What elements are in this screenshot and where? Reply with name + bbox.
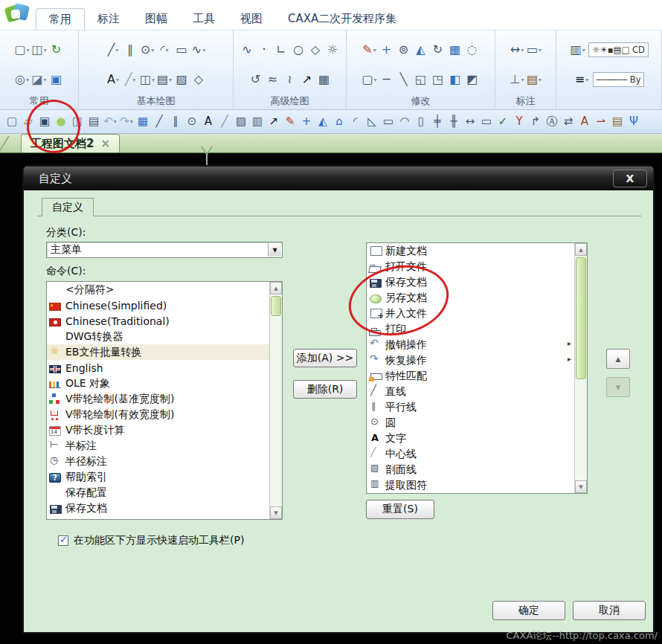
zoom-icon[interactable]: ◎▾ — [14, 71, 30, 88]
ellipse-icon[interactable]: ○ — [291, 41, 306, 59]
arc-icon[interactable]: ◜▾ — [157, 41, 173, 59]
paste-icon[interactable]: ◪▾ — [31, 71, 47, 88]
dim-linear-icon[interactable]: ↔▾ — [510, 41, 525, 59]
toolbar-list-item[interactable]: 直线 — [367, 384, 587, 399]
pick-arrow-button[interactable]: ↗ — [266, 113, 281, 131]
chevron-down-icon[interactable] — [268, 243, 281, 257]
scale-icon[interactable]: ⊚ — [396, 41, 411, 59]
redo-button[interactable]: ↷ — [119, 113, 134, 131]
move-button[interactable]: + — [299, 113, 314, 131]
hatch-icon[interactable]: ▨ — [174, 71, 190, 88]
parallel-button[interactable]: ∥ — [168, 113, 183, 131]
line-icon[interactable]: ╱▾ — [106, 41, 121, 59]
add-button[interactable]: 添加(A) >> — [293, 349, 357, 367]
command-list-item[interactable]: Chinese(Traditional) — [47, 313, 282, 329]
command-list-item[interactable]: 保存配置 — [47, 485, 282, 500]
frame-button[interactable]: ▯ — [414, 113, 428, 131]
extract-symbol-button[interactable]: ▥ — [250, 113, 265, 131]
command-list-item[interactable]: OLE 对象 — [47, 376, 282, 391]
toolbar-list-item[interactable]: 平行线 — [367, 399, 587, 415]
copy-to-icon[interactable]: ◱ — [413, 71, 428, 88]
move-icon[interactable]: + — [379, 41, 394, 59]
dim-linear-button[interactable]: ↔ — [463, 113, 478, 131]
toolbar-list-item[interactable]: 提取图符 — [367, 477, 587, 493]
break-line-2-button[interactable]: ╫ — [446, 113, 461, 131]
toolbar-list-item[interactable]: 特性匹配 — [367, 368, 587, 384]
select-rect-icon[interactable]: ▢▾ — [361, 71, 377, 88]
command-list-item[interactable]: 半径标注 — [47, 454, 282, 469]
cap-button[interactable]: ◠ — [397, 113, 412, 131]
axis-icon[interactable]: ∟ — [274, 41, 289, 59]
layer-combo[interactable]: ☼☀▪▤□ CD — [588, 42, 649, 57]
command-list-item[interactable]: 保存文档 — [47, 500, 282, 516]
close-tab-icon[interactable]: × — [100, 137, 110, 150]
command-list-item[interactable]: English — [47, 360, 282, 376]
scroll-thumb[interactable] — [271, 296, 281, 316]
ribbon-tab[interactable]: 图幅 — [132, 8, 180, 30]
toolbar-list-item[interactable]: 文字 — [367, 431, 587, 446]
arrow-brush-button[interactable]: ⇀ — [594, 113, 608, 131]
ribbon-tab[interactable]: 标注 — [85, 8, 132, 30]
command-list-item[interactable]: 帮助索引 — [47, 469, 282, 485]
symbol-icon[interactable]: ▤▾ — [157, 71, 173, 88]
break-line-button[interactable]: ╪ — [430, 113, 445, 131]
wave-line-icon[interactable]: ≈ — [265, 71, 280, 88]
line-style-combo[interactable]: ────── By — [593, 72, 645, 87]
ribbon-tab[interactable]: 视图 — [228, 8, 275, 30]
scroll-thumb[interactable] — [576, 257, 586, 379]
branch-button[interactable]: Y — [512, 113, 527, 131]
erase-icon[interactable]: ✎▾ — [361, 41, 377, 59]
toolbar-list-item[interactable]: 剖面线 — [367, 462, 587, 477]
scroll-down-icon[interactable] — [270, 506, 282, 519]
command-list-item[interactable]: <分隔符> — [47, 282, 282, 297]
checkbox[interactable] — [58, 535, 68, 546]
trim-icon[interactable]: ─ — [379, 71, 394, 88]
command-list-scrollbar[interactable] — [269, 282, 282, 519]
swap-text-button[interactable]: ⇄ — [561, 113, 576, 131]
curve-icon[interactable]: ∿ — [240, 41, 255, 59]
quickbar-position-option[interactable]: 在功能区下方显示快速启动工具栏(P) — [58, 534, 244, 547]
layer-icon[interactable]: ▥▾ — [570, 41, 585, 59]
new-doc-button[interactable]: ▢ — [4, 113, 19, 131]
mirror-button[interactable]: ◭ — [315, 113, 330, 131]
line-width-icon[interactable]: ≡▾ — [574, 71, 590, 88]
arrow-icon[interactable]: ↗ — [299, 71, 315, 88]
move-item-down-button[interactable] — [606, 377, 630, 397]
region-icon[interactable]: ◇ — [191, 71, 207, 88]
hatch-button[interactable]: ▨ — [234, 113, 248, 131]
display-props-icon[interactable]: ▣ — [48, 71, 64, 88]
undo-button[interactable]: ↶ — [103, 113, 118, 131]
dim-edit-icon[interactable]: ▤▾ — [527, 71, 542, 88]
text-button[interactable]: A — [201, 113, 216, 131]
gear-icon[interactable]: ☼ — [325, 41, 341, 59]
toolbar-list-item[interactable]: 新建文档 — [367, 243, 587, 259]
category-select[interactable]: 主菜单 — [46, 242, 283, 258]
toolbar-list-item[interactable]: 撤销操作 — [367, 337, 587, 352]
erase-brush-button[interactable]: ✎ — [283, 113, 298, 131]
command-list-item[interactable]: EB文件批量转换 — [47, 344, 282, 360]
circle-button[interactable]: ⊙ — [184, 113, 199, 131]
toolbar-list-item[interactable]: 恢复操作 — [367, 352, 587, 368]
command-list-item[interactable]: V带长度计算 — [47, 422, 282, 438]
offset-icon[interactable]: ◌ — [464, 41, 480, 59]
contour-icon[interactable]: ▦ — [316, 71, 332, 88]
extend-icon[interactable]: ╲ — [396, 71, 411, 88]
point-icon[interactable]: · — [257, 41, 272, 59]
toolbar-list-item[interactable]: 圆 — [367, 415, 587, 431]
block-icon[interactable]: ◫▾ — [140, 71, 155, 88]
edit-doc-button[interactable]: ▤ — [610, 113, 625, 131]
command-list-item[interactable]: Chinese(Simplified) — [47, 297, 282, 313]
dim-coordinate-icon[interactable]: ⊥▾ — [510, 71, 525, 88]
dialog-titlebar[interactable]: 自定义 X — [24, 167, 653, 190]
chamfer-button[interactable]: ◺ — [364, 113, 379, 131]
toolbar-list-item[interactable]: 中心线 — [367, 446, 587, 462]
refresh-icon[interactable]: ↻ — [48, 41, 64, 59]
stamp-button[interactable]: ⌂ — [332, 113, 347, 131]
move-item-up-button[interactable] — [606, 349, 630, 369]
stretch-icon[interactable]: ◧ — [447, 71, 463, 88]
array-icon[interactable]: ▦ — [447, 41, 463, 59]
copy-icon[interactable]: ◫▾ — [31, 41, 47, 59]
y-branch-plus-button[interactable]: Ψ — [626, 113, 641, 131]
display-settings-button[interactable]: ▦ — [135, 113, 150, 131]
line-button[interactable]: ╱ — [152, 113, 167, 131]
